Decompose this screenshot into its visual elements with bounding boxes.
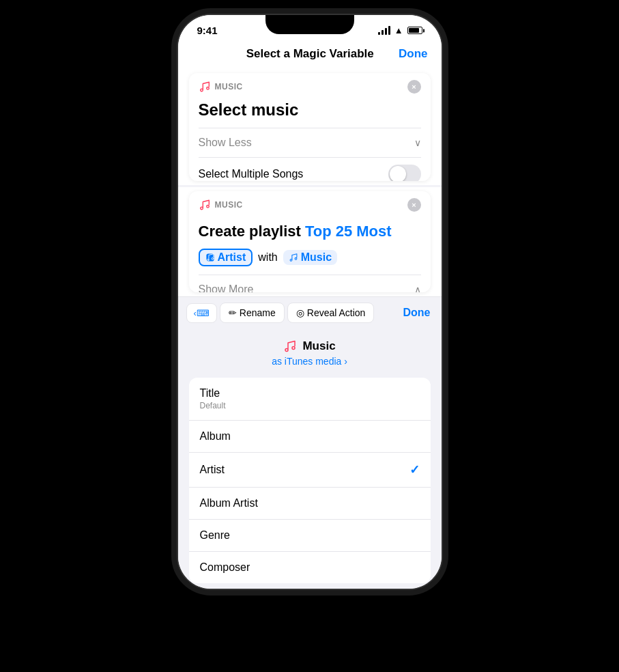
card1-header: MUSIC × [189,73,431,98]
checkmark-icon: ✓ [409,462,420,477]
phone-frame: 9:41 ▲ Select a Magic Variable Done [177,14,443,590]
list-item-label: Title [200,387,226,400]
toggle-knob [390,166,406,181]
list-item[interactable]: Genre [189,520,431,552]
rename-label: Rename [240,307,276,318]
chevron-up-icon: ∧ [414,284,421,292]
chevron-down-icon-1: ∨ [414,137,421,148]
signal-bar-1 [378,32,380,35]
card1-select-multiple-label: Select Multiple Songs [199,168,304,180]
top25-label: Top 25 Most [305,223,392,240]
list-item-label: Genre [200,529,230,542]
battery-fill [409,28,419,33]
card-select-music: MUSIC × Select music Show Less ∨ Select … [189,73,431,181]
list-item-content: Title Default [200,387,226,410]
signal-bar-2 [382,30,384,35]
music-note-icon-3 [283,339,297,353]
artist-chip[interactable]: Artist [199,249,253,266]
card2-close-button[interactable]: × [407,198,421,212]
music-chip-icon [289,253,298,262]
music-chip-label: Music [301,251,332,264]
card2-category-label: MUSIC [215,200,243,210]
card2-show-more-label: Show More [199,283,254,292]
music-note-icon-2 [199,199,211,211]
token-row: Artist with Music [189,246,431,275]
var-picker-header: Music as iTunes media › [178,331,442,372]
signal-bars-icon [378,26,390,35]
keyboard-button[interactable]: ‹ ⌨ [186,303,217,323]
status-icons: ▲ [378,25,422,36]
list-item-label: Album Artist [200,497,258,509]
wifi-icon: ▲ [394,25,403,36]
as-itunes-link[interactable]: as iTunes media › [272,356,347,367]
list-item-sub: Default [200,401,226,410]
list-item-label: Artist [200,464,225,476]
card1-select-multiple-row: Select Multiple Songs [189,158,431,181]
notch [265,15,354,34]
signal-bar-3 [385,28,387,35]
artist-chip-label: Artist [218,251,246,264]
var-picker-icon-row: Music [283,339,335,353]
music-note-icon-1 [199,81,211,93]
select-multiple-toggle[interactable] [388,165,421,181]
create-playlist-row: Create playlist Top 25 Most [189,216,431,246]
with-label: with [258,251,277,264]
card1-category-label: MUSIC [215,82,243,92]
rename-icon: ✏ [229,307,237,318]
list-item[interactable]: Composer [189,552,431,583]
rename-button[interactable]: ✏ Rename [220,303,285,323]
list-item-label: Composer [200,561,250,574]
reveal-action-button[interactable]: ◎ Reveal Action [287,303,375,323]
section-separator [178,185,442,188]
card2-category: MUSIC [199,199,243,211]
create-playlist-label: Create playlist [199,223,301,240]
nav-done-button[interactable]: Done [399,47,428,61]
list-item-label: Album [200,430,231,443]
status-time: 9:41 [197,25,218,36]
music-chip[interactable]: Music [283,250,337,265]
card2-show-more-row[interactable]: Show More ∧ [189,275,431,292]
card1-show-less-label: Show Less [199,137,252,149]
var-picker-music-label: Music [302,339,335,353]
reveal-icon: ◎ [296,307,304,318]
toolbar-done-button[interactable]: Done [401,303,433,323]
card1-show-less-row[interactable]: Show Less ∨ [189,128,431,157]
list-item[interactable]: Album [189,421,431,453]
nav-title: Select a Magic Variable [246,47,374,61]
card2-header: MUSIC × [189,191,431,216]
signal-bar-4 [388,26,390,35]
list-item[interactable]: Artist ✓ [189,453,431,488]
var-list: Title Default Album Artist ✓ Album Artis… [189,378,431,583]
card1-category: MUSIC [199,81,243,93]
card-create-playlist: MUSIC × Create playlist Top 25 Most Arti… [189,191,431,292]
variable-picker: Music as iTunes media › Title Default Al… [178,328,442,589]
list-item[interactable]: Title Default [189,378,431,421]
keyboard-icon-symbol: ⌨ [197,308,210,318]
card1-close-button[interactable]: × [407,80,421,94]
card1-title: Select music [189,98,431,128]
toolbar: ‹ ⌨ ✏ Rename ◎ Reveal Action Done [178,296,442,328]
nav-bar: Select a Magic Variable Done [178,42,442,69]
battery-tip [423,29,424,32]
reveal-label: Reveal Action [307,307,366,318]
list-item[interactable]: Album Artist [189,488,431,520]
battery-icon [407,27,422,34]
artist-chip-icon [205,253,215,262]
